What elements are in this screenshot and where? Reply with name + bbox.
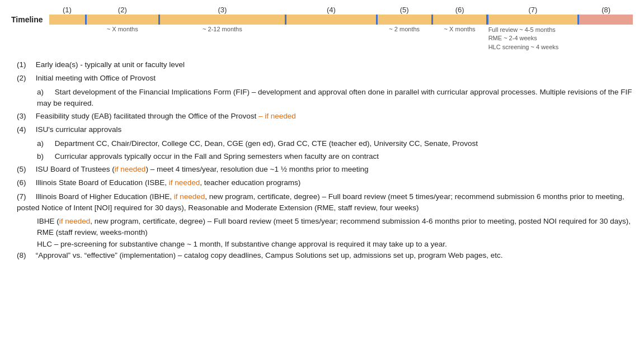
sublabel-full-review: Full review ~ 4-5 monthsRME ~ 2-4 weeksH… (488, 26, 577, 51)
item-4b-text: Curricular approvals typically occur in … (55, 152, 379, 160)
item-7-extra-line1-suffix: , new program, certificate, degree) – Fu… (37, 217, 631, 237)
tl-label-13: (7) (488, 6, 577, 14)
list-item-2: (2) Initial meeting with Office of Provo… (17, 73, 633, 84)
sublabel-x-months: ~ X months (87, 26, 158, 32)
timeline-bar (49, 15, 633, 25)
item-2-num: (2) (17, 73, 34, 84)
item-4b-letter: b) (37, 151, 53, 162)
item-3-num: (3) (17, 111, 34, 122)
item-1-text: Early idea(s) - typically at unit or fac… (36, 60, 185, 69)
item-7-text-orange: if needed (174, 192, 205, 201)
item-8-num: (8) (17, 250, 34, 261)
item-2a-text: Start development of the Financial Impli… (37, 88, 632, 107)
item-7-extra-line2-text: HLC – pre-screening for substantive chan… (37, 240, 447, 248)
item-4b: b) Curricular approvals typically occur … (37, 151, 633, 162)
tl-label-5: (3) (160, 6, 285, 14)
sublabel-2-12-months: ~ 2-12 months (160, 26, 285, 32)
item-7-extra-line1-orange: if needed (59, 217, 91, 225)
tl-label-3: (2) (87, 6, 158, 14)
item-7-text-plain: Illinois Board of Higher Education (IBHE… (36, 192, 174, 201)
item-2a: a) Start development of the Financial Im… (37, 87, 633, 110)
list-item-5: (5) ISU Board of Trustees (if needed) – … (17, 164, 633, 175)
item-6-num: (6) (17, 177, 34, 188)
tl-label-11: (6) (433, 6, 487, 14)
item-5-text-after: ) – meet 4 times/year, resolution due ~1… (145, 165, 368, 173)
tl-label-9: (5) (378, 6, 431, 14)
timeline-section: (1) (2) (3) (4) (5) (6) (7) (8) Timeline (11, 6, 633, 51)
sublabel-x-months-2: ~ X months (433, 26, 487, 32)
list-item-4: (4) ISU's curricular approvals (17, 124, 633, 135)
item-2-text: Initial meeting with Office of Provost (36, 74, 156, 82)
item-2a-letter: a) (37, 87, 53, 98)
tl-label-7: (4) (286, 6, 375, 14)
timeline-title: Timeline (11, 15, 49, 24)
item-7-num: (7) (17, 191, 34, 202)
item-7-extra-line2: HLC – pre-screening for substantive chan… (37, 239, 633, 250)
item-5-text-orange: if needed (115, 165, 146, 173)
item-7-extra-line1: IBHE (if needed, new program, certificat… (37, 216, 633, 239)
item-3-text-orange: – if needed (258, 112, 296, 120)
item-7-extra: IBHE (if needed, new program, certificat… (17, 216, 633, 250)
item-4-num: (4) (17, 124, 34, 135)
item-5-text-plain: ISU Board of Trustees ( (36, 165, 115, 173)
item-1-num: (1) (17, 59, 34, 70)
item-7-extra-line1-prefix: IBHE ( (37, 217, 59, 225)
item-4-text: ISU's curricular approvals (36, 125, 121, 134)
item-6-text-orange: if needed (169, 178, 200, 187)
list-item-1: (1) Early idea(s) - typically at unit or… (17, 59, 633, 70)
sublabel-2-months: ~ 2 months (378, 26, 431, 32)
item-6-text-after: , teacher education programs) (200, 178, 300, 187)
list-item-3: (3) Feasibility study (EAB) facilitated … (17, 111, 633, 122)
tl-label-15: (8) (579, 6, 633, 14)
item-4a-text: Department CC, Chair/Director, College C… (55, 139, 478, 148)
content-list: (1) Early idea(s) - typically at unit or… (11, 59, 633, 261)
item-2-subitems: a) Start development of the Financial Im… (17, 87, 633, 110)
item-3-text-plain: Feasibility study (EAB) facilitated thro… (36, 112, 258, 120)
item-4a: a) Department CC, Chair/Director, Colleg… (37, 138, 633, 149)
tl-label-1: (1) (49, 6, 85, 14)
item-4a-letter: a) (37, 138, 53, 149)
item-6-text-plain: Illinois State Board of Education (ISBE, (36, 178, 169, 187)
item-4-subitems: a) Department CC, Chair/Director, Colleg… (17, 138, 633, 163)
item-8-text: “Approval” vs. “effective” (implementati… (36, 251, 503, 259)
list-item-6: (6) Illinois State Board of Education (I… (17, 177, 633, 188)
item-5-num: (5) (17, 164, 34, 175)
list-item-7: (7) Illinois Board of Higher Education (… (17, 191, 633, 214)
list-item-8: (8) “Approval” vs. “effective” (implemen… (17, 250, 633, 261)
